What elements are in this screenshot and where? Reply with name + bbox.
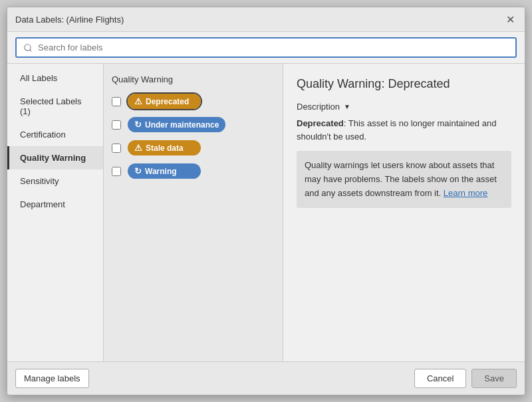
panel-title: Quality Warning (112, 74, 275, 84)
sidebar-item-all-labels[interactable]: All Labels (7, 66, 103, 90)
sidebar-item-certification[interactable]: Certification (7, 123, 103, 146)
warning-icon: ↻ (134, 166, 142, 176)
maintenance-badge[interactable]: ↻ Under maintenance (128, 117, 225, 132)
stale-badge[interactable]: ⚠ Stale data (128, 140, 201, 155)
cancel-button[interactable]: Cancel (414, 369, 466, 388)
label-list-panel: Quality Warning ⚠ Deprecated ↻ Under (104, 64, 283, 361)
maintenance-icon: ↻ (134, 120, 142, 130)
maintenance-checkbox[interactable] (112, 120, 121, 130)
chevron-down-icon: ▼ (344, 103, 350, 110)
warning-checkbox[interactable] (112, 167, 121, 176)
sidebar-item-selected-labels[interactable]: Selected Labels (1) (7, 90, 103, 123)
footer: Manage labels Cancel Save (7, 361, 525, 395)
dialog-title: Data Labels: (Airline Flights) (15, 15, 124, 25)
list-item: ↻ Under maintenance (112, 116, 275, 134)
description-text: Deprecated: This asset is no longer main… (297, 117, 511, 143)
main-content: All Labels Selected Labels (1) Certifica… (7, 64, 525, 361)
dialog: Data Labels: (Airline Flights) ✕ All Lab… (7, 7, 525, 395)
sidebar-item-sensitivity[interactable]: Sensitivity (7, 169, 103, 193)
stale-badge-wrapper[interactable]: ⚠ Stale data (126, 139, 202, 157)
stale-icon: ⚠ (134, 143, 142, 153)
warning-badge-wrapper[interactable]: ↻ Warning (126, 162, 202, 180)
list-item: ⚠ Stale data (112, 139, 275, 157)
search-bar (7, 32, 525, 64)
list-item: ↻ Warning (112, 162, 275, 180)
deprecated-checkbox[interactable] (112, 97, 121, 106)
warning-badge[interactable]: ↻ Warning (128, 163, 201, 179)
detail-panel: Quality Warning: Deprecated Description … (283, 64, 525, 361)
stale-checkbox[interactable] (112, 144, 121, 153)
deprecated-badge[interactable]: ⚠ Deprecated (128, 94, 201, 109)
description-header[interactable]: Description ▼ (297, 102, 511, 112)
detail-title: Quality Warning: Deprecated (297, 77, 511, 91)
manage-labels-button[interactable]: Manage labels (15, 369, 89, 388)
learn-more-link[interactable]: Learn more (444, 188, 487, 198)
list-item: ⚠ Deprecated (112, 92, 275, 110)
deprecated-badge-wrapper[interactable]: ⚠ Deprecated (126, 92, 202, 110)
deprecated-bold: Deprecated (297, 118, 344, 128)
maintenance-badge-wrapper[interactable]: ↻ Under maintenance (126, 116, 227, 134)
footer-actions: Cancel Save (414, 369, 517, 388)
info-box: Quality warnings let users know about as… (297, 151, 511, 208)
description-label: Description (297, 102, 340, 112)
save-button[interactable]: Save (471, 369, 517, 388)
close-button[interactable]: ✕ (503, 13, 517, 26)
sidebar-item-quality-warning[interactable]: Quality Warning (7, 146, 103, 169)
deprecated-icon: ⚠ (134, 96, 142, 106)
search-input[interactable] (15, 37, 517, 58)
title-bar: Data Labels: (Airline Flights) ✕ (7, 7, 525, 32)
sidebar: All Labels Selected Labels (1) Certifica… (7, 64, 104, 361)
sidebar-item-department[interactable]: Department (7, 193, 103, 216)
